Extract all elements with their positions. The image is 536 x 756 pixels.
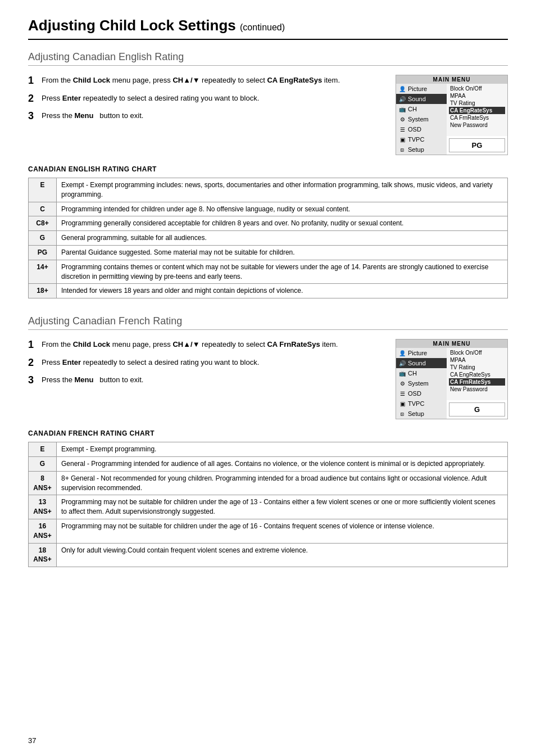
section-canadian-english: Adjusting Canadian English Rating 1 From…: [28, 51, 508, 298]
menu-item-picture-2: 👤 Picture: [396, 348, 447, 358]
picture-icon-2: 👤: [398, 349, 406, 357]
menu-box-1: MAIN MENU 👤 Picture 🔊 Sound 📺 CH: [396, 75, 508, 155]
submenu-caeng-2: CA EngRateSys: [449, 371, 505, 378]
menu-box-2: MAIN MENU 👤 Picture 🔊 Sound 📺 CH: [396, 339, 508, 419]
picture-icon-1: 👤: [398, 85, 406, 93]
menu-item-picture-1: 👤 Picture: [396, 84, 447, 94]
step-text-2-2: Press Enter repeatedly to select a desir…: [42, 357, 259, 368]
step-text-1-3: Press the Menu button to exit.: [42, 110, 143, 121]
menu-label-setup-2: Setup: [408, 410, 424, 417]
table-row: G General programming, suitable for all …: [29, 231, 508, 246]
menu-item-tvpc-1: ▣ TVPC: [396, 134, 447, 144]
step-text-2-3: Press the Menu button to exit.: [42, 374, 143, 386]
menu-label-picture-1: Picture: [408, 85, 427, 92]
menu-label-setup-1: Setup: [408, 146, 424, 153]
step-text-2-1: From the Child Lock menu page, press CH▲…: [42, 339, 338, 350]
menu-body-2: 👤 Picture 🔊 Sound 📺 CH ⚙ System: [396, 348, 507, 419]
menu-label-osd-2: OSD: [408, 390, 421, 397]
submenu-tvrating-2: TV Rating: [449, 364, 505, 371]
rating-code: C: [29, 202, 57, 216]
menu-item-osd-2: ☰ OSD: [396, 388, 447, 399]
menu-items-1: 👤 Picture 🔊 Sound 📺 CH ⚙ System: [396, 84, 447, 155]
menu-label-sound-2: Sound: [408, 360, 426, 366]
menu-item-tvpc-2: ▣ TVPC: [396, 399, 447, 409]
submenu-mpaa-2: MPAA: [449, 356, 505, 364]
menu-item-system-1: ⚙ System: [396, 114, 447, 124]
menu-header-1: MAIN MENU: [396, 75, 507, 84]
rating-desc: Programming contains themes or content w…: [57, 260, 508, 284]
menu-label-sound-1: Sound: [408, 96, 426, 102]
rating-desc: Exempt - Exempt programming includes: ne…: [57, 178, 508, 202]
rating-desc: Programming intended for children under …: [57, 202, 508, 216]
menu-body-1: 👤 Picture 🔊 Sound 📺 CH ⚙ System: [396, 84, 507, 155]
rating-code: 18 ANS+: [29, 543, 57, 567]
steps-and-menu-1: 1 From the Child Lock menu page, press C…: [28, 75, 508, 155]
table-row: C8+ Programming generally considered acc…: [29, 216, 508, 231]
rating-desc: Exempt - Exempt programming.: [57, 442, 508, 457]
rating-code: 8 ANS+: [29, 471, 57, 495]
submenu-block-1: Block On/Off: [449, 85, 505, 92]
step-2-1: 1 From the Child Lock menu page, press C…: [28, 339, 384, 351]
table-row: E Exempt - Exempt programming.: [29, 442, 508, 457]
menu-label-system-2: System: [408, 380, 429, 387]
menu-right-1: Block On/Off MPAA TV Rating CA EngRateSy…: [447, 84, 507, 155]
rating-desc: Programming generally considered accepta…: [57, 216, 508, 231]
step-text-1-2: Press Enter repeatedly to select a desir…: [42, 93, 259, 104]
ch-icon-2: 📺: [398, 369, 406, 377]
table-row: 18+ Intended for viewers 18 years and ol…: [29, 284, 508, 298]
table-row: PG Parental Guidance suggested. Some mat…: [29, 245, 508, 260]
sound-icon-1: 🔊: [398, 95, 406, 103]
table-row: 16 ANS+ Programming may not be suitable …: [29, 519, 508, 543]
continued-text: (continued): [240, 22, 285, 32]
menu-rating-value-2: G: [449, 402, 505, 417]
rating-desc: Only for adult viewing.Could contain fre…: [57, 543, 508, 567]
menu-label-tvpc-1: TVPC: [408, 136, 424, 143]
rating-code: 13 ANS+: [29, 495, 57, 519]
rating-code: 14+: [29, 260, 57, 284]
title-text: Adjusting Child Lock Settings: [28, 17, 236, 34]
menu-item-osd-1: ☰ OSD: [396, 124, 447, 134]
rating-desc: Parental Guidance suggested. Some materi…: [57, 245, 508, 260]
rating-code: 16 ANS+: [29, 519, 57, 543]
table-row: 18 ANS+ Only for adult viewing.Could con…: [29, 543, 508, 567]
menu-item-ch-1: 📺 CH: [396, 104, 447, 114]
menu-submenu-1: Block On/Off MPAA TV Rating CA EngRateSy…: [447, 84, 507, 136]
rating-code: C8+: [29, 216, 57, 231]
step-1-3: 3 Press the Menu button to exit.: [28, 110, 384, 123]
table-row: E Exempt - Exempt programming includes: …: [29, 178, 508, 202]
step-1-2: 2 Press Enter repeatedly to select a des…: [28, 93, 384, 105]
step-2-3: 3 Press the Menu button to exit.: [28, 374, 384, 387]
menu-item-setup-1: ⦻ Setup: [396, 144, 447, 155]
menu-header-2: MAIN MENU: [396, 339, 507, 348]
step-num-1-2: 2: [28, 93, 37, 105]
menu-item-system-2: ⚙ System: [396, 378, 447, 388]
page-title: Adjusting Child Lock Settings (continued…: [28, 17, 285, 34]
menu-right-2: Block On/Off MPAA TV Rating CA EngRateSy…: [447, 348, 507, 419]
menu-item-sound-2: 🔊 Sound: [396, 358, 447, 368]
system-icon-1: ⚙: [398, 115, 406, 123]
rating-desc: Programming may not be suitable for chil…: [57, 495, 508, 519]
steps-2: 1 From the Child Lock menu page, press C…: [28, 339, 384, 419]
menu-label-ch-2: CH: [408, 370, 417, 377]
rating-code: PG: [29, 245, 57, 260]
setup-icon-2: ⦻: [398, 410, 406, 418]
rating-desc: Programming may not be suitable for chil…: [57, 519, 508, 543]
menu-label-picture-2: Picture: [408, 350, 427, 356]
frn-rating-table: E Exempt - Exempt programming. G General…: [28, 442, 508, 567]
osd-icon-1: ☰: [398, 125, 406, 133]
menu-item-sound-1: 🔊 Sound: [396, 94, 447, 104]
table-row: 14+ Programming contains themes or conte…: [29, 260, 508, 284]
rating-desc: Intended for viewers 18 years and older …: [57, 284, 508, 298]
submenu-caeng-1: CA EngRateSys: [449, 107, 505, 114]
menu-label-ch-1: CH: [408, 106, 417, 112]
section2-title: Adjusting Canadian French Rating: [28, 315, 508, 330]
step-1-1: 1 From the Child Lock menu page, press C…: [28, 75, 384, 87]
section-canadian-french: Adjusting Canadian French Rating 1 From …: [28, 315, 508, 567]
rating-code: G: [29, 456, 57, 471]
page-header: Adjusting Child Lock Settings (continued…: [28, 17, 508, 40]
tvpc-icon-1: ▣: [398, 135, 406, 143]
rating-code: 18+: [29, 284, 57, 298]
step-num-2-3: 3: [28, 374, 37, 387]
rating-code: E: [29, 442, 57, 457]
submenu-mpaa-1: MPAA: [449, 92, 505, 99]
